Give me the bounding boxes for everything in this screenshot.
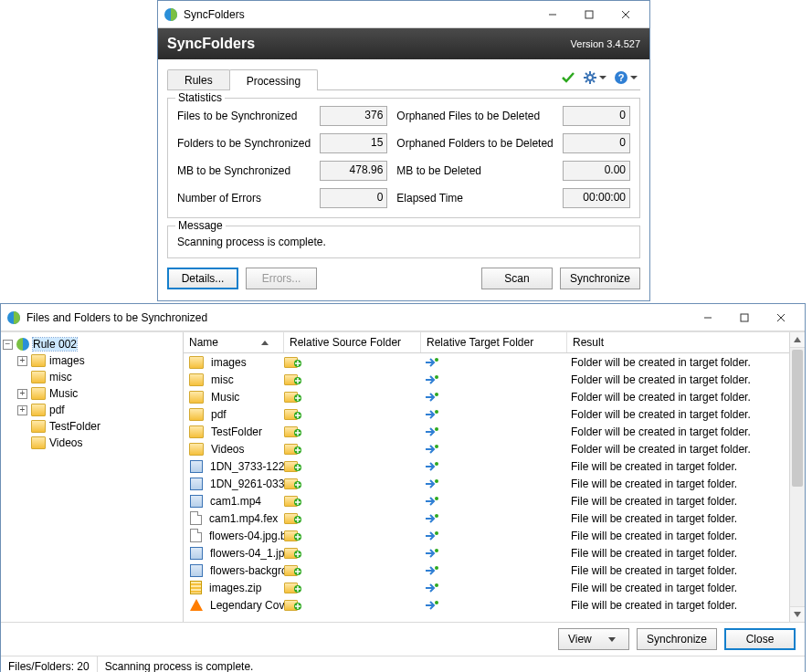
orphaned-files-label: Orphaned Files to be Deleted bbox=[396, 110, 563, 122]
list-row[interactable]: flowers-backgro...File will be created i… bbox=[184, 562, 789, 579]
list-row[interactable]: miscFolder will be created in target fol… bbox=[184, 371, 789, 388]
tree-root-label[interactable]: Rule 002 bbox=[33, 338, 77, 351]
overlay-plus-icon bbox=[298, 458, 302, 475]
overlay-plus-icon bbox=[298, 441, 302, 457]
result-text: Folder will be created in target folder. bbox=[567, 391, 789, 404]
maximize-button[interactable] bbox=[571, 1, 607, 27]
result-text: Folder will be created in target folder. bbox=[567, 356, 789, 369]
list-header[interactable]: Name Relative Source Folder Relative Tar… bbox=[184, 332, 789, 353]
minimize-button[interactable] bbox=[534, 1, 571, 27]
syncfolders-window: SyncFolders SyncFolders Version 3.4.527 … bbox=[157, 0, 650, 301]
list-row[interactable]: cam1.mp4File will be created in target f… bbox=[184, 492, 789, 509]
tree-item[interactable]: +Videos bbox=[3, 435, 181, 451]
sync-arrow-icon bbox=[425, 548, 439, 559]
gear-dropdown-icon[interactable] bbox=[599, 76, 606, 79]
list-row[interactable]: cam1.mp4.fexFile will be created in targ… bbox=[184, 509, 789, 527]
view-button[interactable]: View bbox=[558, 628, 629, 650]
scroll-thumb[interactable] bbox=[792, 350, 803, 487]
list-row[interactable]: 1DN_3733-1226...File will be created in … bbox=[184, 457, 789, 475]
sync-arrow-icon bbox=[425, 600, 439, 611]
list-row[interactable]: images.zipFile will be created in target… bbox=[184, 579, 789, 596]
client-area: Rules Processing ? Statistics Files to b… bbox=[158, 59, 649, 300]
svg-point-24 bbox=[435, 358, 438, 362]
tree-item-label: misc bbox=[49, 371, 72, 383]
list-row[interactable]: pdfFolder will be created in target fold… bbox=[184, 405, 789, 423]
synchronize-button[interactable]: Synchronize bbox=[560, 268, 640, 289]
overlay-plus-icon bbox=[298, 389, 302, 405]
statistics-group: Statistics Files to be Synchronized 376 … bbox=[167, 98, 640, 218]
close-button[interactable] bbox=[607, 1, 644, 27]
app-version: Version 3.4.527 bbox=[571, 38, 640, 49]
close-button[interactable] bbox=[763, 304, 799, 331]
result-text: File will be created in target folder. bbox=[567, 460, 789, 473]
svg-point-5 bbox=[587, 75, 593, 80]
window-title: SyncFolders bbox=[184, 8, 534, 21]
col-src-header[interactable]: Relative Source Folder bbox=[284, 332, 421, 352]
list-row[interactable]: 1DN_9261-0331...File will be created in … bbox=[184, 475, 789, 492]
svg-point-60 bbox=[435, 514, 438, 518]
list-row[interactable]: MusicFolder will be created in target fo… bbox=[184, 388, 789, 405]
app-name: SyncFolders bbox=[167, 36, 571, 52]
collapse-toggle-icon[interactable]: − bbox=[3, 340, 13, 350]
file-name: cam1.mp4 bbox=[210, 495, 261, 508]
scroll-up-icon[interactable] bbox=[790, 332, 805, 348]
minimize-button[interactable] bbox=[690, 304, 726, 331]
orphaned-files-value: 0 bbox=[563, 106, 630, 126]
rule-icon bbox=[16, 338, 29, 351]
app-header: SyncFolders Version 3.4.527 bbox=[158, 28, 649, 59]
result-text: File will be created in target folder. bbox=[567, 582, 789, 594]
file-name: images bbox=[211, 356, 247, 369]
tree-root[interactable]: − Rule 002 bbox=[3, 336, 181, 352]
result-text: File will be created in target folder. bbox=[567, 564, 789, 577]
sync-arrow-icon bbox=[425, 496, 439, 507]
expand-toggle-icon[interactable]: + bbox=[17, 405, 27, 415]
errors-button: Errors... bbox=[246, 268, 317, 289]
file-name: 1DN_9261-0331... bbox=[210, 478, 284, 490]
list-row[interactable]: TestFolderFolder will be created in targ… bbox=[184, 423, 789, 440]
expand-toggle-icon[interactable]: + bbox=[17, 356, 27, 366]
overlay-plus-icon bbox=[298, 510, 302, 527]
list-row[interactable]: flowers-04_1.jpgFile will be created in … bbox=[184, 544, 789, 562]
overlay-plus-icon bbox=[298, 580, 302, 596]
svg-point-64 bbox=[435, 531, 438, 535]
list-row[interactable]: imagesFolder will be created in target f… bbox=[184, 353, 789, 371]
result-text: Folder will be created in target folder. bbox=[567, 443, 789, 456]
tree-item[interactable]: +images bbox=[3, 352, 181, 369]
tab-processing[interactable]: Processing bbox=[229, 69, 318, 90]
tree-item-label: Music bbox=[49, 387, 78, 400]
expand-toggle-icon[interactable]: + bbox=[17, 389, 27, 399]
tree-item-label: Videos bbox=[49, 436, 82, 449]
mb-deleted-label: MB to be Deleted bbox=[396, 164, 563, 177]
sub-window-title: Files and Folders to be Synchronized bbox=[26, 311, 690, 324]
list-row[interactable]: VideosFolder will be created in target f… bbox=[184, 440, 789, 457]
tree-item[interactable]: +pdf bbox=[3, 402, 181, 418]
files-sync-label: Files to be Synchronized bbox=[177, 110, 320, 122]
tree-item[interactable]: +misc bbox=[3, 369, 181, 385]
tab-rules[interactable]: Rules bbox=[167, 69, 230, 89]
file-list[interactable]: Name Relative Source Folder Relative Tar… bbox=[184, 332, 789, 622]
details-button[interactable]: Details... bbox=[167, 268, 238, 289]
list-row[interactable]: flowers-04.jpg.bitFile will be created i… bbox=[184, 527, 789, 544]
col-tgt-header[interactable]: Relative Target Folder bbox=[421, 332, 567, 352]
scan-button[interactable]: Scan bbox=[481, 268, 553, 289]
mb-sync-label: MB to be Synchronized bbox=[177, 164, 320, 177]
image-icon bbox=[190, 495, 203, 508]
col-res-header[interactable]: Result bbox=[567, 332, 789, 352]
gear-icon[interactable] bbox=[580, 68, 600, 88]
maximize-button[interactable] bbox=[726, 304, 763, 331]
scroll-track[interactable] bbox=[790, 348, 805, 606]
folder-icon bbox=[189, 425, 204, 438]
scroll-down-icon[interactable] bbox=[790, 606, 805, 622]
tree-item[interactable]: +TestFolder bbox=[3, 418, 181, 435]
rule-tree[interactable]: − Rule 002 +images+misc+Music+pdf+TestFo… bbox=[1, 332, 184, 622]
svg-point-28 bbox=[435, 375, 438, 379]
checkmark-icon[interactable] bbox=[558, 68, 578, 88]
col-name-header[interactable]: Name bbox=[184, 332, 284, 352]
help-dropdown-icon[interactable] bbox=[630, 76, 638, 79]
vertical-scrollbar[interactable] bbox=[789, 332, 805, 622]
help-icon[interactable]: ? bbox=[611, 68, 631, 88]
tree-item[interactable]: +Music bbox=[3, 385, 181, 402]
synchronize-button[interactable]: Synchronize bbox=[637, 628, 717, 650]
close-button[interactable]: Close bbox=[724, 628, 796, 650]
list-row[interactable]: Legendary Cove...File will be created in… bbox=[184, 596, 789, 614]
